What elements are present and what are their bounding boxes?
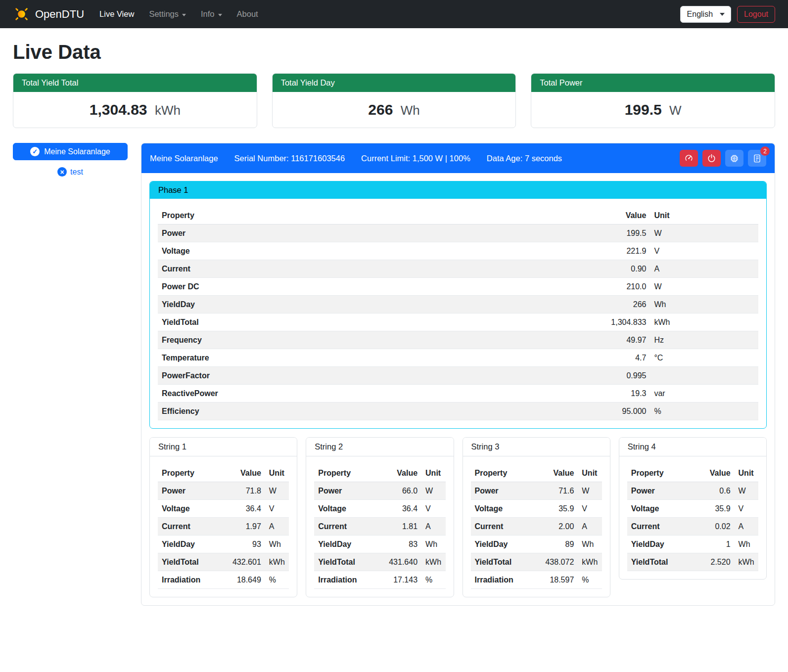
- cell-prop: Efficiency: [158, 403, 530, 420]
- inverter-select-button[interactable]: ✓ Meine Solaranlage: [13, 143, 128, 160]
- cell-val: 36.4: [374, 500, 421, 518]
- cell-val: 0.6: [687, 482, 734, 500]
- table-row: YieldTotal2.520kWh: [627, 553, 758, 571]
- language-select[interactable]: English: [680, 6, 731, 23]
- string-table: Property Value Unit Power71.8WVoltage36.…: [158, 464, 289, 589]
- cell-prop: Power DC: [158, 278, 530, 296]
- nav-about-label: About: [237, 9, 258, 19]
- table-header-row: Property Value Unit: [314, 464, 445, 482]
- data-age: Data Age: 7 seconds: [487, 154, 562, 163]
- table-row: Irradiation17.143%: [314, 571, 445, 589]
- language-selected: English: [687, 10, 713, 18]
- cell-val: 210.0: [530, 278, 650, 296]
- cell-unit: A: [421, 518, 445, 536]
- column-property: Property: [158, 207, 530, 224]
- device-info-button[interactable]: [725, 150, 743, 167]
- table-row: YieldTotal438.072kWh: [471, 553, 602, 571]
- power-icon: [707, 154, 716, 163]
- cell-val: 2.520: [687, 553, 734, 571]
- table-row: Voltage35.9V: [471, 500, 602, 518]
- cell-val: 35.9: [687, 500, 734, 518]
- summary-card-title: Total Yield Total: [13, 74, 257, 92]
- cell-val: 0.02: [687, 518, 734, 536]
- nav-about[interactable]: About: [230, 5, 266, 23]
- cell-val: 1.81: [374, 518, 421, 536]
- table-row: Irradiation18.649%: [158, 571, 289, 589]
- cell-prop: YieldTotal: [158, 553, 217, 571]
- logout-button[interactable]: Logout: [737, 6, 775, 23]
- phase-table-body: Power199.5WVoltage221.9VCurrent0.90APowe…: [158, 224, 758, 420]
- table-row: Power71.8W: [158, 482, 289, 500]
- cell-val: 17.143: [374, 571, 421, 589]
- table-row: Power199.5W: [158, 224, 758, 242]
- cell-unit: kWh: [735, 553, 758, 571]
- phase-body: Property Value Unit Power199.5WVoltage22…: [150, 199, 766, 428]
- table-row: YieldTotal431.640kWh: [314, 553, 445, 571]
- serial-number: Serial Number: 116171603546: [234, 154, 345, 163]
- cell-unit: Wh: [421, 536, 445, 553]
- table-row: YieldDay266Wh: [158, 296, 758, 314]
- string-body: Property Value Unit Power71.8WVoltage36.…: [150, 456, 297, 597]
- string-body: Property Value Unit Power71.6WVoltage35.…: [463, 456, 610, 597]
- string-card-2: String 2 Property Value Unit Power66.0WV…: [306, 437, 454, 597]
- cell-val: 19.3: [530, 385, 650, 403]
- cell-prop: YieldDay: [314, 536, 373, 553]
- cell-prop: Power: [314, 482, 373, 500]
- table-row: YieldDay83Wh: [314, 536, 445, 553]
- cell-val: 89: [530, 536, 578, 553]
- summary-card-body: 199.5 W: [531, 92, 775, 128]
- cell-unit: Hz: [650, 331, 758, 349]
- brand[interactable]: OpenDTU: [13, 5, 84, 23]
- cell-unit: Wh: [650, 296, 758, 314]
- cell-unit: A: [578, 518, 602, 536]
- table-row: Temperature4.7°C: [158, 349, 758, 367]
- cell-prop: ReactivePower: [158, 385, 530, 403]
- table-row: Voltage36.4V: [158, 500, 289, 518]
- cell-prop: Voltage: [314, 500, 373, 518]
- cell-prop: YieldTotal: [627, 553, 687, 571]
- cell-prop: Current: [314, 518, 373, 536]
- column-unit: Unit: [421, 464, 445, 482]
- inverter-select-label: Meine Solaranlage: [44, 147, 110, 156]
- power-button[interactable]: [702, 150, 721, 167]
- nav-info[interactable]: Info: [193, 5, 230, 23]
- navbar: OpenDTU Live View Settings Info About En…: [0, 0, 788, 28]
- cell-unit: kWh: [650, 314, 758, 331]
- cell-prop: Irradiation: [314, 571, 373, 589]
- cell-unit: %: [578, 571, 602, 589]
- nav-live-view[interactable]: Live View: [92, 5, 141, 23]
- summary-value: 266: [368, 101, 393, 118]
- cell-val: 93: [217, 536, 265, 553]
- x-circle-icon[interactable]: ×: [57, 167, 67, 177]
- summary-row: Total Yield Total 1,304.83 kWh Total Yie…: [13, 73, 775, 128]
- column-unit: Unit: [650, 207, 758, 224]
- string-table-body: Power71.8WVoltage36.4VCurrent1.97AYieldD…: [158, 482, 289, 589]
- event-log-button[interactable]: 2: [748, 150, 766, 167]
- nav-settings[interactable]: Settings: [141, 5, 193, 23]
- summary-card-total-yield-day: Total Yield Day 266 Wh: [272, 73, 516, 128]
- column-property: Property: [627, 464, 687, 482]
- cell-unit: Wh: [578, 536, 602, 553]
- cell-unit: V: [735, 500, 758, 518]
- table-row: PowerFactor0.995: [158, 367, 758, 385]
- summary-card-body: 266 Wh: [273, 92, 516, 128]
- table-row: Power71.6W: [471, 482, 602, 500]
- event-count-badge: 2: [760, 146, 770, 156]
- limit-settings-button[interactable]: [680, 150, 698, 167]
- cell-val: 95.000: [530, 403, 650, 420]
- inverter-link-test[interactable]: test: [70, 168, 83, 177]
- cell-val: 2.00: [530, 518, 578, 536]
- table-row: Current0.90A: [158, 260, 758, 278]
- string-title: String 3: [463, 438, 610, 456]
- cell-prop: YieldTotal: [314, 553, 373, 571]
- table-header-row: Property Value Unit: [471, 464, 602, 482]
- table-header-row: Property Value Unit: [627, 464, 758, 482]
- cell-val: 35.9: [530, 500, 578, 518]
- cell-prop: Current: [471, 518, 530, 536]
- cell-prop: Irradiation: [158, 571, 217, 589]
- cell-unit: kWh: [421, 553, 445, 571]
- cell-val: 199.5: [530, 224, 650, 242]
- content-row: ✓ Meine Solaranlage × test Meine Solaran…: [13, 143, 775, 606]
- table-row: Current1.81A: [314, 518, 445, 536]
- cell-unit: A: [735, 518, 758, 536]
